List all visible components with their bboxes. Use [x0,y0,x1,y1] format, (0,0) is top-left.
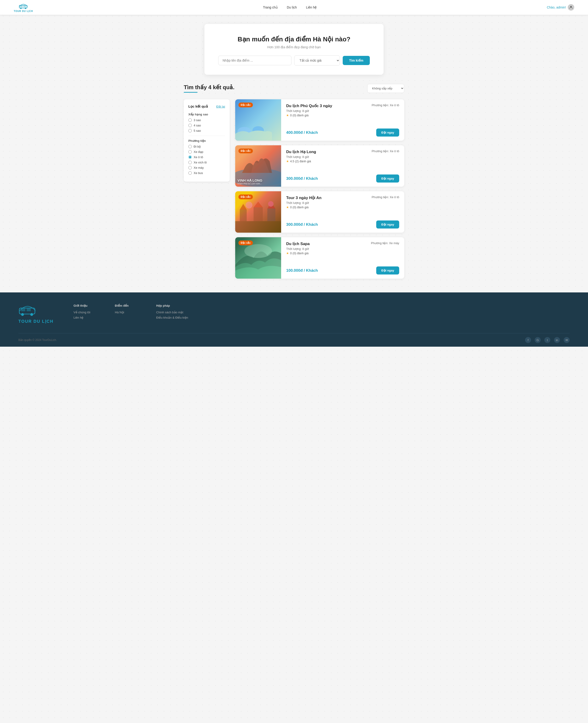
search-input[interactable] [218,56,292,65]
tour-transport-sapa: Phương tiện: Xe máy [371,241,399,245]
footer-link-privacy[interactable]: Chính sách bảo mật [156,310,188,314]
sort-select[interactable]: Không sắp xếp Giá tăng dần Giá giảm dần … [367,84,404,93]
tour-name-phuquoc: Du lịch Phú Quốc 3 ngày [286,103,332,108]
star-icon-hoian: ★ [286,205,289,209]
transport-cyclo-radio[interactable] [188,161,192,164]
transport-moto-radio[interactable] [188,166,192,169]
svg-point-18 [246,202,252,208]
star-4-option[interactable]: 4 sao [188,124,225,127]
social-twitter-icon[interactable]: t [544,337,550,343]
footer: TOUR DU LỊCH Giới thiệu Về chúng tôi Liê… [0,293,588,347]
user-avatar[interactable] [568,4,574,11]
footer-logo-text: TOUR DU LỊCH [18,319,54,324]
nav-tours[interactable]: Du lịch [287,5,297,9]
transport-car-radio[interactable] [188,155,192,159]
tour-rating-halong: ★ 4.5 (2) đánh giá [286,160,316,163]
svg-point-6 [570,6,572,7]
transport-moto-option[interactable]: Xe máy [188,166,225,169]
tour-transport-phuquoc: Phương tiện: Xe ô tô [372,103,399,107]
tour-info-hoian: Tour 3 ngày Hội An Thời lượng: 8 giờ ★ 0… [281,191,404,233]
greeting-text: Chào, admin! [547,5,566,9]
transport-cyclo-label: Xe xích lô [194,161,207,164]
star-icon-halong: ★ [286,160,289,163]
content-grid: Lọc kết quả Đặt lại Xếp hạng sao 3 sao 4… [184,99,404,279]
filter-divider [188,136,225,136]
social-mail-icon[interactable]: ✉ [564,337,570,343]
filter-sidebar: Lọc kết quả Đặt lại Xếp hạng sao 3 sao 4… [184,99,230,182]
svg-point-19 [268,201,274,207]
tour-card-phuquoc: Đặc sắc Du lịch Phú Quốc 3 ngày Thời lượ… [235,99,404,141]
footer-col-destinations: Điểm đến Hà Nội [115,304,142,316]
social-facebook-icon[interactable]: f [525,337,531,343]
tour-rating-text-halong: 4.5 (2) đánh giá [290,160,311,163]
footer-logo-icon [18,304,37,317]
svg-marker-15 [254,202,263,207]
star-icon-phuquoc: ★ [286,114,289,117]
header: TOUR DU LỊCH Trang chủ Du lịch Liên hệ C… [0,0,588,15]
transport-bus-label: Xe bus [194,171,203,175]
tour-duration-phuquoc: Thời lượng: 8 giờ [286,109,332,113]
tour-rating-sapa: ★ 0 (0) đánh giá [286,252,310,255]
footer-link-about-us[interactable]: Về chúng tôi [74,310,101,314]
social-github-icon[interactable]: in [554,337,560,343]
tour-info-phuquoc: Du lịch Phú Quốc 3 ngày Thời lượng: 8 gi… [281,99,404,141]
svg-rect-5 [23,5,26,7]
footer-col-about-title: Giới thiệu [74,304,101,307]
logo[interactable]: TOUR DU LỊCH [14,2,33,13]
transport-bike-option[interactable]: Xe đạp [188,150,225,154]
tour-bottom-hoian: 300.000đ / Khách Đặt ngay [286,220,399,228]
book-btn-hoian[interactable]: Đặt ngay [376,220,399,228]
transport-cyclo-option[interactable]: Xe xích lô [188,161,225,164]
star-filter-title: Xếp hạng sao [188,113,225,116]
book-btn-phuquoc[interactable]: Đặt ngay [376,128,399,137]
footer-copyright: Bản quyền © 2024 TourDuLich. [18,338,57,342]
tour-info-halong: Du lịch Hạ Long Thời lượng: 8 giờ ★ 4.5 … [281,145,404,187]
transport-walk-option[interactable]: Đi bộ [188,145,225,148]
tour-meta-phuquoc: Du lịch Phú Quốc 3 ngày Thời lượng: 8 gi… [286,103,332,117]
star-icon-sapa: ★ [286,252,289,255]
tour-name-halong: Du lịch Hạ Long [286,149,316,154]
hero-section: Bạn muốn đến địa điểm Hà Nội nào? Hơn 10… [205,24,383,75]
tour-bottom-sapa: 100.000đ / Khách Đặt ngay [286,266,399,275]
search-row: Tất cả mức giáDưới 500,000đ500,000đ - 1,… [218,55,370,65]
price-filter-select[interactable]: Tất cả mức giáDưới 500,000đ500,000đ - 1,… [294,55,340,65]
tour-card-sapa: Đặc sắc Du lịch Sapa Thời lượng: 8 giờ ★… [235,237,404,279]
svg-rect-11 [240,210,247,221]
book-btn-halong[interactable]: Đặt ngay [376,175,399,183]
footer-link-hanoi[interactable]: Hà Nội [115,310,142,314]
star-3-option[interactable]: 3 sao [188,118,225,122]
filter-reset-button[interactable]: Đặt lại [216,105,225,108]
transport-bus-option[interactable]: Xe bus [188,171,225,175]
footer-bottom: Bản quyền © 2024 TourDuLich. f G t in ✉ [18,333,570,347]
star-5-option[interactable]: 5 sao [188,129,225,133]
svg-rect-13 [267,208,275,221]
svg-point-2 [20,7,22,9]
tour-card-hoian: Đặc sắc Tour 3 ngày Hội An Thời lượng: 8… [235,191,404,233]
transport-bike-label: Xe đạp [194,150,203,154]
footer-link-terms[interactable]: Điều khoản & Điều kiện [156,316,188,319]
star-5-radio[interactable] [188,129,192,133]
svg-point-3 [25,7,26,9]
transport-bike-radio[interactable] [188,150,192,154]
transport-car-option[interactable]: Xe ô tô [188,155,225,159]
star-3-radio[interactable] [188,118,192,122]
tour-transport-halong: Phương tiện: Xe ô tô [372,149,399,153]
social-google-icon[interactable]: G [535,337,541,343]
star-4-label: 4 sao [194,124,201,127]
nav-home[interactable]: Trang chủ [263,5,278,9]
transport-bus-radio[interactable] [188,171,192,175]
footer-link-contact[interactable]: Liên hệ [74,316,101,319]
star-4-radio[interactable] [188,124,192,127]
search-button[interactable]: Tìm kiếm [343,56,370,65]
tour-duration-halong: Thời lượng: 8 giờ [286,155,316,159]
nav-contact[interactable]: Liên hệ [306,5,317,9]
transport-filter-title: Phương tiện [188,139,225,142]
tour-price-sapa: 100.000đ / Khách [286,268,318,273]
tour-price-halong: 300.000đ / Khách [286,176,318,181]
book-btn-sapa[interactable]: Đặt ngay [376,266,399,275]
footer-grid: TOUR DU LỊCH Giới thiệu Về chúng tôi Liê… [18,304,570,333]
tour-rating-hoian: ★ 0 (0) đánh giá [286,205,321,209]
svg-rect-12 [254,207,263,221]
transport-walk-radio[interactable] [188,145,192,148]
tour-bottom-phuquoc: 400.000đ / Khách Đặt ngay [286,128,399,137]
